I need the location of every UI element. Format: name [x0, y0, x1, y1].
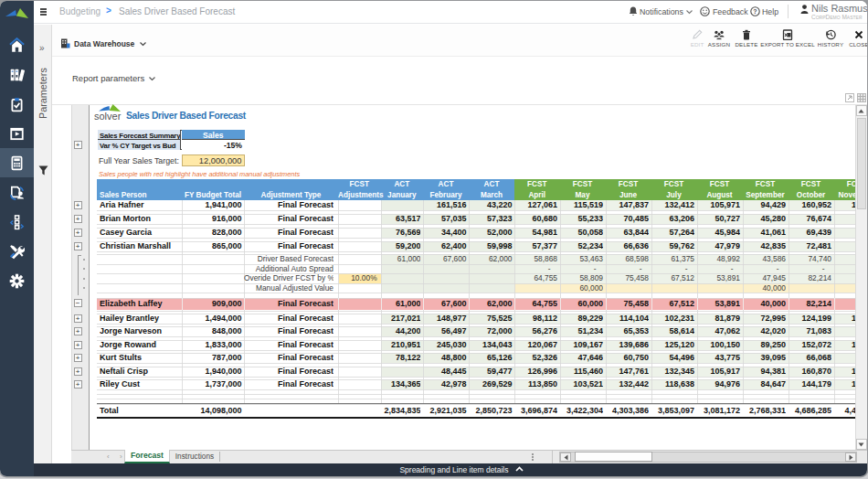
svg-text:?: ?: [753, 8, 757, 15]
